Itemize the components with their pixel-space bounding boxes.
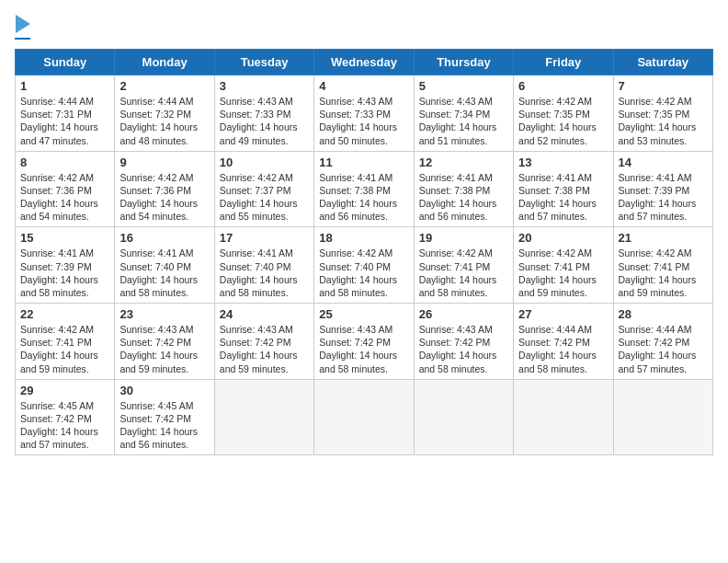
- calendar-cell: 20Sunrise: 4:42 AM Sunset: 7:41 PM Dayli…: [514, 227, 613, 304]
- day-number: 19: [419, 231, 508, 245]
- day-header-saturday: Saturday: [613, 50, 712, 75]
- svg-marker-0: [16, 15, 30, 33]
- cell-info: Sunrise: 4:43 AM Sunset: 7:42 PM Dayligh…: [220, 323, 309, 375]
- cell-info: Sunrise: 4:42 AM Sunset: 7:35 PM Dayligh…: [619, 95, 708, 147]
- cell-info: Sunrise: 4:41 AM Sunset: 7:39 PM Dayligh…: [619, 171, 708, 224]
- calendar-cell: 21Sunrise: 4:42 AM Sunset: 7:41 PM Dayli…: [613, 227, 712, 304]
- day-number: 8: [20, 155, 109, 169]
- day-number: 5: [419, 79, 508, 93]
- calendar-cell: 18Sunrise: 4:42 AM Sunset: 7:40 PM Dayli…: [314, 227, 414, 304]
- cell-info: Sunrise: 4:44 AM Sunset: 7:31 PM Dayligh…: [20, 95, 109, 147]
- day-number: 17: [220, 231, 309, 245]
- calendar-cell: [514, 379, 613, 455]
- calendar-cell: [214, 379, 313, 455]
- day-number: 23: [119, 307, 209, 321]
- cell-info: Sunrise: 4:44 AM Sunset: 7:32 PM Dayligh…: [119, 95, 209, 147]
- calendar-cell: 14Sunrise: 4:41 AM Sunset: 7:39 PM Dayli…: [613, 151, 712, 227]
- calendar-cell: 7Sunrise: 4:42 AM Sunset: 7:35 PM Daylig…: [613, 75, 712, 152]
- day-number: 7: [619, 79, 708, 93]
- calendar-cell: 5Sunrise: 4:43 AM Sunset: 7:34 PM Daylig…: [414, 75, 513, 152]
- day-header-wednesday: Wednesday: [314, 50, 414, 75]
- cell-info: Sunrise: 4:41 AM Sunset: 7:40 PM Dayligh…: [220, 247, 309, 299]
- day-number: 9: [119, 155, 209, 169]
- calendar-cell: 11Sunrise: 4:41 AM Sunset: 7:38 PM Dayli…: [314, 151, 414, 227]
- cell-info: Sunrise: 4:42 AM Sunset: 7:41 PM Dayligh…: [419, 247, 508, 299]
- day-number: 14: [619, 155, 708, 169]
- calendar-cell: 30Sunrise: 4:45 AM Sunset: 7:42 PM Dayli…: [115, 379, 214, 455]
- cell-info: Sunrise: 4:43 AM Sunset: 7:33 PM Dayligh…: [319, 95, 408, 147]
- calendar-cell: 26Sunrise: 4:43 AM Sunset: 7:42 PM Dayli…: [414, 304, 513, 380]
- day-number: 29: [20, 384, 109, 397]
- day-number: 30: [119, 384, 209, 397]
- calendar-cell: [414, 379, 513, 455]
- calendar-cell: [314, 379, 414, 455]
- calendar-cell: 9Sunrise: 4:42 AM Sunset: 7:36 PM Daylig…: [115, 151, 214, 227]
- cell-info: Sunrise: 4:43 AM Sunset: 7:34 PM Dayligh…: [419, 95, 508, 147]
- cell-info: Sunrise: 4:42 AM Sunset: 7:37 PM Dayligh…: [220, 171, 309, 224]
- cell-info: Sunrise: 4:42 AM Sunset: 7:41 PM Dayligh…: [619, 247, 708, 299]
- calendar-cell: 10Sunrise: 4:42 AM Sunset: 7:37 PM Dayli…: [214, 151, 313, 227]
- day-header-sunday: Sunday: [16, 50, 115, 75]
- calendar-cell: 19Sunrise: 4:42 AM Sunset: 7:41 PM Dayli…: [414, 227, 513, 304]
- day-number: 4: [319, 79, 408, 93]
- day-number: 22: [20, 307, 109, 321]
- calendar-cell: 12Sunrise: 4:41 AM Sunset: 7:38 PM Dayli…: [414, 151, 513, 227]
- day-number: 28: [619, 307, 708, 321]
- calendar-cell: 3Sunrise: 4:43 AM Sunset: 7:33 PM Daylig…: [214, 75, 313, 152]
- calendar-cell: 16Sunrise: 4:41 AM Sunset: 7:40 PM Dayli…: [115, 227, 214, 304]
- day-number: 24: [220, 307, 309, 321]
- cell-info: Sunrise: 4:42 AM Sunset: 7:40 PM Dayligh…: [319, 247, 408, 299]
- day-number: 26: [419, 307, 508, 321]
- day-number: 1: [20, 79, 109, 93]
- calendar-cell: 24Sunrise: 4:43 AM Sunset: 7:42 PM Dayli…: [214, 304, 313, 380]
- day-number: 25: [319, 307, 408, 321]
- cell-info: Sunrise: 4:42 AM Sunset: 7:35 PM Dayligh…: [518, 95, 608, 147]
- day-number: 27: [518, 307, 608, 321]
- cell-info: Sunrise: 4:43 AM Sunset: 7:42 PM Dayligh…: [419, 323, 508, 375]
- cell-info: Sunrise: 4:41 AM Sunset: 7:38 PM Dayligh…: [518, 171, 608, 224]
- calendar-cell: 22Sunrise: 4:42 AM Sunset: 7:41 PM Dayli…: [16, 304, 115, 380]
- day-header-monday: Monday: [115, 50, 214, 75]
- day-header-thursday: Thursday: [414, 50, 513, 75]
- day-header-friday: Friday: [514, 50, 613, 75]
- cell-info: Sunrise: 4:42 AM Sunset: 7:41 PM Dayligh…: [20, 323, 109, 375]
- cell-info: Sunrise: 4:44 AM Sunset: 7:42 PM Dayligh…: [518, 323, 608, 375]
- day-number: 12: [419, 155, 508, 169]
- cell-info: Sunrise: 4:43 AM Sunset: 7:33 PM Dayligh…: [220, 95, 309, 147]
- calendar-cell: 17Sunrise: 4:41 AM Sunset: 7:40 PM Dayli…: [214, 227, 313, 304]
- calendar-cell: 27Sunrise: 4:44 AM Sunset: 7:42 PM Dayli…: [514, 304, 613, 380]
- calendar-cell: 28Sunrise: 4:44 AM Sunset: 7:42 PM Dayli…: [613, 304, 712, 380]
- day-number: 11: [319, 155, 408, 169]
- calendar-cell: 25Sunrise: 4:43 AM Sunset: 7:42 PM Dayli…: [314, 304, 414, 380]
- calendar-cell: 6Sunrise: 4:42 AM Sunset: 7:35 PM Daylig…: [514, 75, 613, 152]
- calendar-cell: 15Sunrise: 4:41 AM Sunset: 7:39 PM Dayli…: [16, 227, 115, 304]
- calendar-cell: 1Sunrise: 4:44 AM Sunset: 7:31 PM Daylig…: [16, 75, 115, 152]
- cell-info: Sunrise: 4:45 AM Sunset: 7:42 PM Dayligh…: [119, 399, 209, 452]
- day-number: 6: [518, 79, 608, 93]
- cell-info: Sunrise: 4:41 AM Sunset: 7:38 PM Dayligh…: [319, 171, 408, 224]
- cell-info: Sunrise: 4:42 AM Sunset: 7:36 PM Dayligh…: [20, 171, 109, 224]
- cell-info: Sunrise: 4:44 AM Sunset: 7:42 PM Dayligh…: [619, 323, 708, 375]
- logo-triangle-icon: [16, 15, 30, 33]
- calendar-cell: 23Sunrise: 4:43 AM Sunset: 7:42 PM Dayli…: [115, 304, 214, 380]
- day-number: 2: [119, 79, 209, 93]
- day-number: 10: [220, 155, 309, 169]
- day-number: 3: [220, 79, 309, 93]
- calendar-cell: 8Sunrise: 4:42 AM Sunset: 7:36 PM Daylig…: [16, 151, 115, 227]
- cell-info: Sunrise: 4:41 AM Sunset: 7:39 PM Dayligh…: [20, 247, 109, 299]
- cell-info: Sunrise: 4:42 AM Sunset: 7:41 PM Dayligh…: [518, 247, 608, 299]
- cell-info: Sunrise: 4:43 AM Sunset: 7:42 PM Dayligh…: [319, 323, 408, 375]
- cell-info: Sunrise: 4:42 AM Sunset: 7:36 PM Dayligh…: [119, 171, 209, 224]
- day-number: 15: [20, 231, 109, 245]
- calendar-cell: 13Sunrise: 4:41 AM Sunset: 7:38 PM Dayli…: [514, 151, 613, 227]
- cell-info: Sunrise: 4:43 AM Sunset: 7:42 PM Dayligh…: [119, 323, 209, 375]
- day-number: 21: [619, 231, 708, 245]
- calendar-cell: 4Sunrise: 4:43 AM Sunset: 7:33 PM Daylig…: [314, 75, 414, 152]
- cell-info: Sunrise: 4:41 AM Sunset: 7:38 PM Dayligh…: [419, 171, 508, 224]
- day-number: 13: [518, 155, 608, 169]
- page-header: [15, 15, 713, 40]
- day-header-tuesday: Tuesday: [214, 50, 313, 75]
- calendar-cell: 29Sunrise: 4:45 AM Sunset: 7:42 PM Dayli…: [16, 379, 115, 455]
- day-number: 18: [319, 231, 408, 245]
- day-number: 16: [119, 231, 209, 245]
